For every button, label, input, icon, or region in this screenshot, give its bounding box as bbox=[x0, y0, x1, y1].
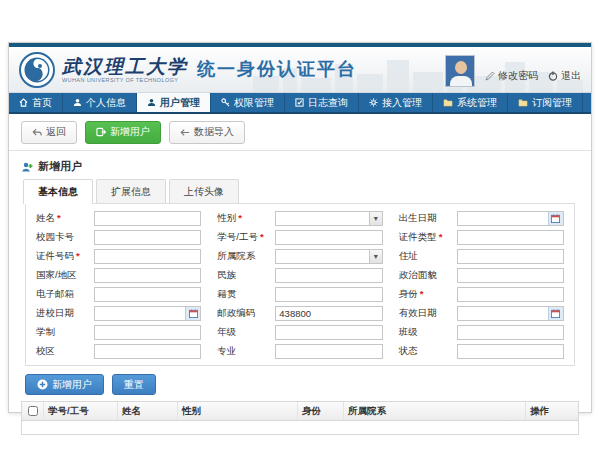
nav-label: 个人信息 bbox=[86, 96, 126, 110]
tab-basic-info[interactable]: 基本信息 bbox=[23, 179, 93, 204]
postal-code-input[interactable] bbox=[275, 306, 382, 321]
nav-item-log-query[interactable]: 日志查询 bbox=[285, 93, 359, 112]
field-campus: 校区 bbox=[36, 344, 201, 359]
reset-button-label: 重置 bbox=[124, 378, 144, 392]
field-birth-date: 出生日期 bbox=[399, 211, 564, 226]
brand-text: 武汉理工大学 WUHAN UNIVERSITY OF TECHNOLOGY bbox=[62, 57, 188, 83]
campus-card-input[interactable] bbox=[94, 230, 201, 245]
form-grid: 姓名* 性别* ▾ 出生日期 校园卡号 学号/工号* 证件类型* bbox=[36, 211, 564, 359]
nav-item-home[interactable]: 首页 bbox=[9, 93, 63, 112]
class-input[interactable] bbox=[457, 325, 564, 340]
tab-bar: 基本信息 扩展信息 上传头像 bbox=[9, 179, 591, 203]
empty-table-body bbox=[22, 421, 578, 434]
nav-item-permission-management[interactable]: 权限管理 bbox=[211, 93, 285, 112]
field-label: 有效日期 bbox=[399, 307, 457, 320]
tab-extended-info[interactable]: 扩展信息 bbox=[96, 179, 166, 203]
field-grade: 年级 bbox=[217, 325, 382, 340]
tab-upload-avatar[interactable]: 上传头像 bbox=[169, 179, 239, 203]
address-input[interactable] bbox=[457, 249, 564, 264]
user-table: 学号/工号 姓名 性别 身份 所属院系 操作 bbox=[21, 401, 579, 435]
nav-label: 订阅管理 bbox=[532, 96, 572, 110]
native-place-input[interactable] bbox=[275, 287, 382, 302]
column-student-id: 学号/工号 bbox=[44, 402, 118, 420]
field-label: 校园卡号 bbox=[36, 231, 94, 244]
brand: 武汉理工大学 WUHAN UNIVERSITY OF TECHNOLOGY bbox=[19, 52, 188, 88]
back-button-label: 返回 bbox=[46, 125, 66, 139]
field-label: 所属院系 bbox=[217, 250, 275, 263]
reset-button[interactable]: 重置 bbox=[112, 374, 156, 395]
nav-label: 首页 bbox=[32, 96, 52, 110]
study-length-input[interactable] bbox=[94, 325, 201, 340]
avatar-head bbox=[455, 61, 467, 74]
section-title: 新增用户 bbox=[38, 159, 82, 174]
grade-input[interactable] bbox=[275, 325, 382, 340]
field-label: 籍贯 bbox=[217, 288, 275, 301]
field-label: 校区 bbox=[36, 345, 94, 358]
change-password-link[interactable]: 修改密码 bbox=[485, 69, 538, 83]
major-input[interactable] bbox=[275, 344, 382, 359]
user-avatar[interactable] bbox=[445, 55, 475, 87]
identity-input[interactable] bbox=[457, 287, 564, 302]
gender-select[interactable] bbox=[275, 211, 382, 226]
nav-item-system-management[interactable]: 系统管理 bbox=[433, 93, 508, 112]
nav-item-personal-info[interactable]: 个人信息 bbox=[63, 93, 137, 112]
field-label: 学制 bbox=[36, 326, 94, 339]
id-type-input[interactable] bbox=[457, 230, 564, 245]
field-campus-card: 校园卡号 bbox=[36, 230, 201, 245]
select-all-checkbox[interactable] bbox=[28, 406, 38, 416]
submit-add-user-button[interactable]: 新增用户 bbox=[25, 374, 104, 395]
app-window: 武汉理工大学 WUHAN UNIVERSITY OF TECHNOLOGY 统一… bbox=[8, 42, 592, 413]
data-import-button[interactable]: 数据导入 bbox=[169, 121, 245, 144]
users-icon bbox=[147, 98, 156, 107]
field-valid-date: 有效日期 bbox=[399, 306, 564, 321]
toolbar: 返回 新增用户 数据导入 bbox=[9, 114, 591, 151]
nav-item-access-management[interactable]: 接入管理 bbox=[359, 93, 433, 112]
person-icon bbox=[73, 98, 82, 107]
column-operations: 操作 bbox=[526, 402, 578, 420]
logout-link[interactable]: 退出 bbox=[548, 69, 581, 83]
calendar-icon[interactable] bbox=[185, 307, 200, 320]
name-input[interactable] bbox=[94, 211, 201, 226]
folder-icon bbox=[443, 98, 453, 107]
field-label: 学号/工号* bbox=[217, 231, 275, 244]
field-name: 姓名* bbox=[36, 211, 201, 226]
status-input[interactable] bbox=[457, 344, 564, 359]
nav-item-user-management[interactable]: 用户管理 bbox=[137, 93, 211, 112]
field-label: 姓名* bbox=[36, 212, 94, 225]
field-identity: 身份* bbox=[399, 287, 564, 302]
calendar-icon[interactable] bbox=[548, 212, 563, 225]
email-input[interactable] bbox=[94, 287, 201, 302]
university-name-en: WUHAN UNIVERSITY OF TECHNOLOGY bbox=[62, 77, 188, 83]
select-all-cell bbox=[22, 402, 44, 420]
field-country-region: 国家/地区 bbox=[36, 268, 201, 283]
field-label: 专业 bbox=[217, 345, 275, 358]
data-import-label: 数据导入 bbox=[194, 125, 234, 139]
political-status-input[interactable] bbox=[457, 268, 564, 283]
student-id-input[interactable] bbox=[275, 230, 382, 245]
ethnicity-input[interactable] bbox=[275, 268, 382, 283]
required-asterisk: * bbox=[420, 288, 424, 299]
page-canvas: 武汉理工大学 WUHAN UNIVERSITY OF TECHNOLOGY 统一… bbox=[0, 0, 600, 450]
id-number-input[interactable] bbox=[94, 249, 201, 264]
back-button[interactable]: 返回 bbox=[21, 121, 77, 144]
required-asterisk: * bbox=[260, 231, 264, 242]
add-user-toolbar-label: 新增用户 bbox=[110, 125, 150, 139]
chevron-down-icon[interactable]: ▾ bbox=[369, 212, 382, 225]
chevron-down-icon[interactable]: ▾ bbox=[369, 250, 382, 263]
basic-info-form: 姓名* 性别* ▾ 出生日期 校园卡号 学号/工号* 证件类型* bbox=[25, 203, 575, 366]
calendar-icon[interactable] bbox=[548, 307, 563, 320]
field-label: 出生日期 bbox=[399, 212, 457, 225]
column-name: 姓名 bbox=[118, 402, 178, 420]
department-select[interactable] bbox=[275, 249, 382, 264]
field-label: 政治面貌 bbox=[399, 269, 457, 282]
campus-input[interactable] bbox=[94, 344, 201, 359]
nav-item-subscription-management[interactable]: 订阅管理 bbox=[508, 93, 583, 112]
field-label: 国家/地区 bbox=[36, 269, 94, 282]
avatar-body bbox=[450, 76, 472, 87]
person-add-icon bbox=[96, 127, 106, 137]
add-user-toolbar-button[interactable]: 新增用户 bbox=[85, 121, 161, 144]
header-banner: 武汉理工大学 WUHAN UNIVERSITY OF TECHNOLOGY 统一… bbox=[9, 47, 591, 93]
country-region-input[interactable] bbox=[94, 268, 201, 283]
pencil-icon bbox=[485, 71, 495, 81]
logout-label: 退出 bbox=[561, 69, 581, 83]
